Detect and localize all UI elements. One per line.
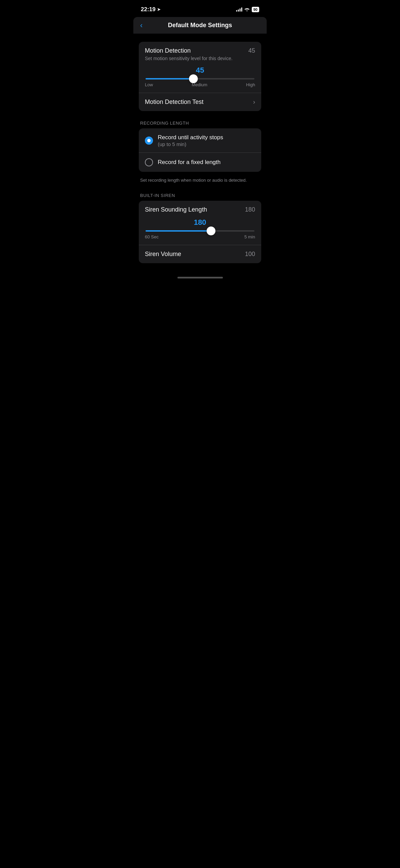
time-label: 22:19 bbox=[141, 6, 155, 13]
signal-bar-1 bbox=[236, 10, 237, 12]
battery-indicator: 90 bbox=[252, 7, 259, 12]
signal-bar-2 bbox=[238, 10, 239, 12]
record-fixed-length-label: Record for a fixed length bbox=[158, 159, 221, 166]
location-icon: ➤ bbox=[157, 7, 160, 12]
motion-slider-high: High bbox=[246, 82, 255, 87]
siren-slider-labels: 60 Sec 5 min bbox=[145, 234, 255, 239]
motion-slider-fill bbox=[146, 78, 193, 79]
siren-length-section: Siren Sounding Length 180 180 60 Sec 5 m… bbox=[139, 201, 261, 245]
status-right: 90 bbox=[236, 7, 259, 12]
page-title: Default Mode Settings bbox=[168, 22, 232, 29]
siren-slider-container[interactable] bbox=[145, 230, 255, 232]
built-in-siren-section-label: BUILT-IN SIREN bbox=[139, 193, 261, 198]
record-until-activity-radio[interactable] bbox=[145, 137, 153, 145]
recording-length-section-label: RECORDING LENGTH bbox=[139, 121, 261, 126]
motion-slider-track bbox=[146, 78, 254, 79]
motion-detection-subtitle: Set motion sensitivity level for this de… bbox=[145, 56, 255, 61]
siren-volume-value: 100 bbox=[245, 251, 255, 258]
siren-length-title: Siren Sounding Length bbox=[145, 206, 207, 213]
siren-slider-current-value: 180 bbox=[145, 218, 255, 227]
recording-length-group: RECORDING LENGTH Record until activity s… bbox=[139, 121, 261, 183]
record-until-activity-text: Record until activity stops (up to 5 min… bbox=[158, 134, 223, 147]
status-bar: 22:19 ➤ 90 bbox=[133, 0, 267, 17]
motion-slider-current-value: 45 bbox=[145, 66, 255, 75]
radio-inner-1 bbox=[147, 139, 151, 142]
siren-slider-max: 5 min bbox=[244, 234, 255, 239]
siren-volume-title: Siren Volume bbox=[145, 251, 181, 258]
siren-card: Siren Sounding Length 180 180 60 Sec 5 m… bbox=[139, 201, 261, 263]
motion-test-chevron: › bbox=[253, 98, 255, 106]
record-fixed-length-row[interactable]: Record for a fixed length bbox=[139, 153, 261, 172]
motion-slider-labels: Low Medium High bbox=[145, 82, 255, 87]
record-until-activity-label: Record until activity stops bbox=[158, 134, 223, 141]
motion-slider-thumb[interactable] bbox=[189, 74, 198, 83]
motion-detection-test-row[interactable]: Motion Detection Test › bbox=[139, 93, 261, 111]
status-time: 22:19 ➤ bbox=[141, 6, 160, 13]
main-content: Motion Detection 45 Set motion sensitivi… bbox=[133, 34, 267, 271]
record-until-activity-row[interactable]: Record until activity stops (up to 5 min… bbox=[139, 128, 261, 152]
recording-helper-text: Set recording length when motion or audi… bbox=[139, 175, 261, 183]
built-in-siren-group: BUILT-IN SIREN Siren Sounding Length 180… bbox=[139, 193, 261, 263]
siren-slider-min: 60 Sec bbox=[145, 234, 158, 239]
motion-detection-value: 45 bbox=[248, 47, 255, 54]
battery-value: 90 bbox=[253, 7, 258, 12]
motion-detection-section: Motion Detection 45 Set motion sensitivi… bbox=[139, 42, 261, 93]
siren-slider-track bbox=[146, 230, 254, 232]
motion-detection-card: Motion Detection 45 Set motion sensitivi… bbox=[139, 42, 261, 111]
siren-length-header: Siren Sounding Length 180 bbox=[145, 206, 255, 213]
record-until-activity-sublabel: (up to 5 min) bbox=[158, 141, 223, 147]
motion-test-label: Motion Detection Test bbox=[145, 98, 204, 106]
motion-detection-title: Motion Detection bbox=[145, 47, 191, 54]
siren-slider-fill bbox=[146, 230, 211, 232]
siren-slider-thumb[interactable] bbox=[207, 227, 215, 235]
recording-length-card: Record until activity stops (up to 5 min… bbox=[139, 128, 261, 172]
signal-bar-3 bbox=[240, 8, 241, 12]
home-indicator bbox=[177, 277, 223, 278]
siren-length-value: 180 bbox=[245, 206, 255, 213]
signal-bars bbox=[236, 7, 242, 12]
nav-bar: ‹ Default Mode Settings bbox=[133, 17, 267, 34]
siren-volume-row: Siren Volume 100 bbox=[139, 245, 261, 263]
back-button[interactable]: ‹ bbox=[140, 21, 142, 30]
motion-slider-low: Low bbox=[145, 82, 153, 87]
motion-detection-header: Motion Detection 45 bbox=[145, 47, 255, 54]
wifi-icon bbox=[244, 7, 250, 12]
motion-slider-container[interactable] bbox=[145, 78, 255, 79]
record-fixed-length-radio[interactable] bbox=[145, 158, 153, 166]
signal-bar-4 bbox=[241, 7, 242, 12]
